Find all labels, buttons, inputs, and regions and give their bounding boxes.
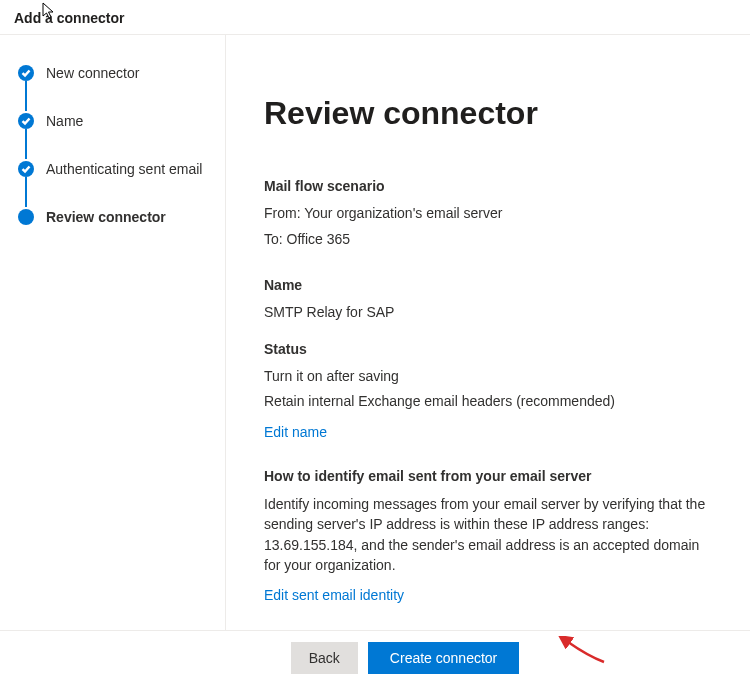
step-review[interactable]: Review connector [18, 207, 215, 227]
status-line: Retain internal Exchange email headers (… [264, 392, 710, 412]
check-icon [18, 65, 34, 81]
section-status: Status Turn it on after saving Retain in… [264, 341, 710, 440]
panel-title: Add a connector [14, 10, 124, 26]
current-step-icon [18, 209, 34, 225]
step-connector [25, 129, 27, 159]
step-label: Authenticating sent email [46, 161, 202, 177]
wizard-footer: Back Create connector [0, 630, 750, 684]
section-heading: Mail flow scenario [264, 178, 710, 194]
step-name[interactable]: Name [18, 111, 215, 131]
create-connector-button[interactable]: Create connector [368, 642, 519, 674]
to-label: To: [264, 231, 283, 247]
step-label: Name [46, 113, 83, 129]
wizard-steps: New connector Name Authenticating sent e… [18, 63, 215, 227]
step-connector [25, 81, 27, 111]
from-value: Your organization's email server [304, 205, 502, 221]
check-icon [18, 113, 34, 129]
status-line: Turn it on after saving [264, 367, 710, 387]
step-label: New connector [46, 65, 139, 81]
wizard-content: Review connector Mail flow scenario From… [226, 35, 750, 631]
body-area: New connector Name Authenticating sent e… [0, 35, 750, 631]
edit-sent-email-identity-link[interactable]: Edit sent email identity [264, 587, 404, 603]
scenario-to-line: To: Office 365 [264, 230, 710, 250]
section-heading: Status [264, 341, 710, 357]
from-label: From: [264, 205, 301, 221]
section-identify: How to identify email sent from your ema… [264, 468, 710, 603]
back-button[interactable]: Back [291, 642, 358, 674]
step-new-connector[interactable]: New connector [18, 63, 215, 83]
edit-name-link[interactable]: Edit name [264, 424, 327, 440]
section-heading: Name [264, 277, 710, 293]
section-heading: How to identify email sent from your ema… [264, 468, 710, 484]
connector-name-value: SMTP Relay for SAP [264, 303, 710, 323]
scenario-from-line: From: Your organization's email server [264, 204, 710, 224]
panel-header: Add a connector [0, 0, 750, 35]
step-authenticating[interactable]: Authenticating sent email [18, 159, 215, 179]
section-name: Name SMTP Relay for SAP [264, 277, 710, 323]
step-label: Review connector [46, 209, 166, 225]
wizard-sidebar: New connector Name Authenticating sent e… [0, 35, 226, 631]
identify-body: Identify incoming messages from your ema… [264, 494, 710, 575]
section-mail-flow-scenario: Mail flow scenario From: Your organizati… [264, 178, 710, 249]
check-icon [18, 161, 34, 177]
page-title: Review connector [264, 95, 710, 132]
to-value: Office 365 [287, 231, 351, 247]
step-connector [25, 177, 27, 207]
